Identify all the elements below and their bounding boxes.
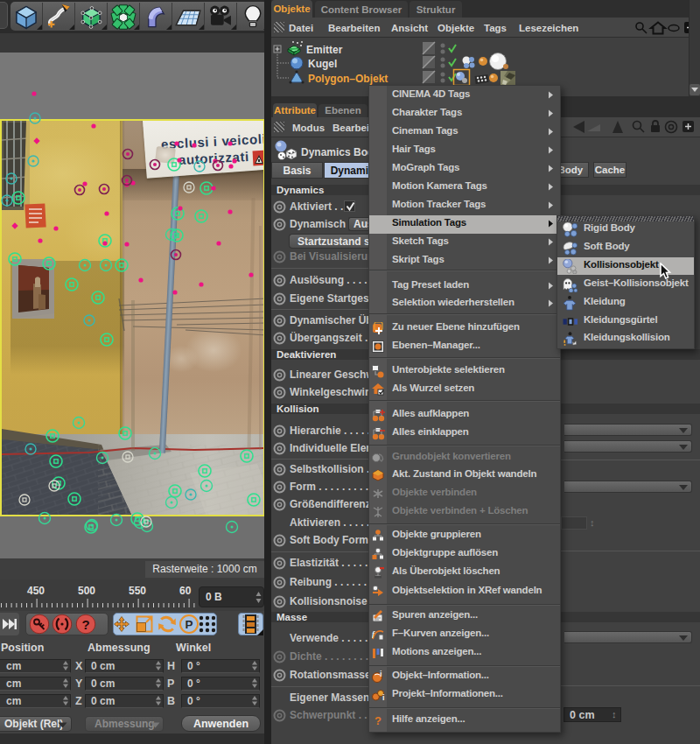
svg-text:?: ? [374, 714, 382, 727]
svg-text:?: ? [82, 617, 90, 632]
svg-text:i: i [380, 670, 382, 678]
svg-text:i: i [382, 693, 385, 702]
svg-text:P: P [186, 618, 193, 631]
